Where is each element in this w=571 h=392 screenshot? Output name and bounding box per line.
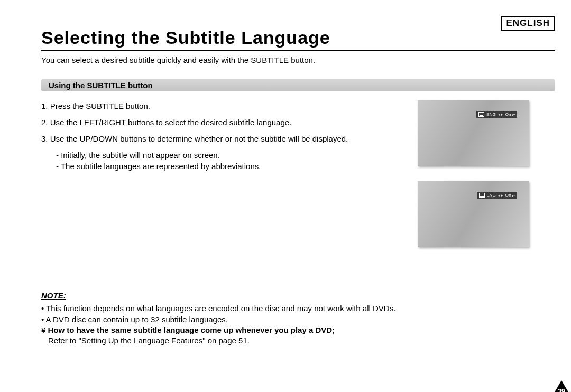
step-3-sub-a: - Initially, the subtitle will not appea… — [56, 150, 411, 161]
osd-lang: ENG — [486, 112, 495, 117]
note-bullet-2: • A DVD disc can contain up to 32 subtit… — [41, 314, 550, 325]
screenshot-column: ENG On ENG Off — [418, 100, 529, 262]
manual-page: ENGLISH Selecting the Subtitle Language … — [0, 0, 571, 392]
steps-block: 1. Press the SUBTITLE button. 2. Use the… — [41, 100, 411, 172]
osd-overlay-off: ENG Off — [477, 192, 518, 199]
tv-screenshot-off: ENG Off — [418, 181, 529, 247]
title-rule — [41, 50, 555, 51]
section-heading-bar: Using the SUBTITLE button — [41, 79, 555, 91]
osd-state: Off — [505, 193, 515, 198]
note-bullet-1: • This function depends on what language… — [41, 303, 550, 314]
page-title: Selecting the Subtitle Language — [41, 27, 330, 48]
howto-prefix: ¥ — [41, 325, 48, 334]
subtitle-icon — [479, 193, 485, 198]
step-3-sub-b: - The subtitle languages are represented… — [56, 161, 411, 172]
tv-screenshot-on: ENG On — [418, 100, 529, 166]
subtitle-icon — [478, 112, 484, 117]
step-1: 1. Press the SUBTITLE button. — [41, 100, 411, 111]
note-refer: Refer to "Setting Up the Language Featur… — [48, 335, 550, 346]
page-number: 39 — [555, 388, 568, 392]
note-bullets: • This function depends on what language… — [41, 303, 550, 346]
osd-overlay-on: ENG On — [476, 111, 517, 118]
arrows-lr-icon — [498, 193, 503, 198]
note-block: NOTE: • This function depends on what la… — [41, 291, 550, 346]
language-badge: ENGLISH — [501, 16, 555, 31]
step-2: 2. Use the LEFT/RIGHT buttons to select … — [41, 117, 411, 128]
note-heading: NOTE: — [41, 291, 66, 301]
intro-text: You can select a desired subtitle quickl… — [41, 55, 315, 64]
note-howto: How to have the same subtitle language c… — [48, 325, 335, 334]
arrows-lr-icon — [498, 112, 503, 117]
note-howto-line: ¥ How to have the same subtitle language… — [41, 325, 550, 335]
osd-lang: ENG — [487, 193, 496, 198]
osd-state: On — [505, 112, 515, 117]
step-3: 3. Use the UP/DOWN buttons to determine … — [41, 133, 411, 144]
page-number-triangle: 39 — [551, 380, 571, 392]
